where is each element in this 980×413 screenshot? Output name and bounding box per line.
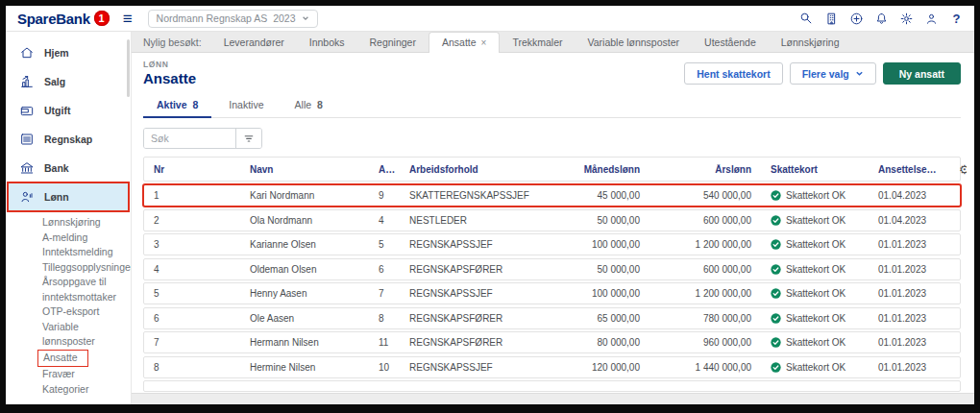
sidebar-item-label: Lønn [44,191,69,203]
brand-logo[interactable]: SpareBank 1 [17,11,110,27]
filter-tab-count: 8 [317,99,323,110]
sidebar-subitem-otp-eksport[interactable]: OTP-eksport [42,304,131,320]
sidebar-subitem-inntektsmelding[interactable]: Inntektsmelding [42,245,131,260]
filter-tab-aktive[interactable]: Aktive8 [143,99,211,118]
plus-circle-icon[interactable] [848,11,865,27]
tab-regninger[interactable]: Regninger [357,33,429,52]
hent-skattekort-button[interactable]: Hent skattekort [684,62,782,85]
filter-tab-alle[interactable]: Alle8 [282,99,336,117]
table-row-employee-7[interactable]: 7Hermann Nilsen11REGNSKAPSFØRER80 000,00… [143,331,961,353]
column-header-arbeidsforhold[interactable]: Arbeidsforhold [400,164,557,175]
cell-arslonn: 540 000,00 [649,190,761,201]
tab-innboks[interactable]: Innboks [297,33,357,52]
table-settings-gear-icon[interactable]: ⚙ [959,162,967,177]
sidebar-subitem-variable-l-nnsposter[interactable]: Variable lønnsposter [42,320,131,350]
gear-icon[interactable] [898,11,915,27]
sidebar-subitem-l-nnskj-ring[interactable]: Lønnskjøring [42,215,131,231]
sidebar-subitem-ansatte[interactable]: Ansatte [42,350,131,368]
cell-navn: Henny Aasen [240,288,369,299]
cell-arslonn: 600 000,00 [649,215,761,226]
company-name: Nordmann Regnskap AS [157,12,268,24]
sidebar-subitem-a-melding[interactable]: A-melding [42,231,131,246]
bell-icon[interactable] [873,11,890,27]
cell-nr: 8 [144,362,240,373]
cell-arbeidsforhold: REGNSKAPSSJEF [400,362,557,373]
help-icon[interactable]: ? [948,11,965,27]
tab-variable-l-nnsposter[interactable]: Variable lønnsposter [576,33,693,52]
tab-trekkmaler[interactable]: Trekkmaler [500,33,575,52]
flere-valg-button[interactable]: Flere valg [790,62,876,85]
cell-arslonn: 1 440 000,00 [649,362,761,373]
search-icon[interactable] [798,11,815,27]
tab-leverand-rer[interactable]: Leverandører [211,33,297,52]
payroll-icon [19,189,35,205]
table-row-employee-2[interactable]: 2Ola Nordmann4NESTLEDER50 000,00600 000,… [143,209,961,231]
table-row-employee-3[interactable]: 3Karianne Olsen5REGNSKAPSSJEF100 000,001… [143,233,961,255]
page-content: LØNN Ansatte Hent skattekort Flere valg … [132,53,974,393]
sidebar-item-utgift[interactable]: Utgift [8,96,129,125]
table-row-employee-4[interactable]: 4Oldeman Olsen6REGNSKAPSFØRER50 000,0060… [143,258,961,280]
table-row-employee-1[interactable]: 1Kari Nordmann9SKATTEREGNSKAPSSJEF45 000… [143,184,961,206]
column-header-rslnn[interactable]: Årslønn [649,164,761,175]
cell-navn: Hermann Nilsen [240,337,369,348]
building-icon[interactable] [823,11,840,27]
cell-arbeidsforhold: REGNSKAPSSJEF [400,288,557,299]
ny-ansatt-button[interactable]: Ny ansatt [883,62,961,85]
tab-utest-ende[interactable]: Utestående [692,33,769,52]
sidebar-item-lonn[interactable]: Lønn [8,182,129,211]
page-header: LØNN Ansatte Hent skattekort Flere valg … [143,60,961,86]
cell-navn: Ole Aasen [240,313,369,324]
check-circle-icon [771,190,781,201]
cell-navn: Ola Nordmann [240,215,369,226]
sidebar-subitem-frav-r[interactable]: Fravær [42,367,131,382]
cell-arslonn: 1 200 000,00 [649,288,761,299]
sidebar-item-hjem[interactable]: Hjem [8,38,129,67]
cell-ansettelsesdato: 01.01.2023 [869,288,949,299]
status-badge-label: Skattekort OK [786,362,845,373]
cell-arslonn: 1 200 000,00 [649,239,761,250]
hamburger-menu-icon[interactable]: ≡ [123,11,133,27]
tab-l-nnskj-ring[interactable]: Lønnskjøring [769,33,852,52]
user-icon[interactable] [923,11,940,27]
table-row-employee-8[interactable]: 8Hermine Nilsen10REGNSKAPSSJEF120 000,00… [143,356,961,378]
column-header-skattekort[interactable]: Skattekort [761,164,869,175]
cell-nr: 6 [144,313,240,324]
filter-button[interactable] [235,129,261,148]
filter-icon [243,133,255,144]
status-badge-label: Skattekort OK [786,264,845,275]
cell-navn: Hermine Nilsen [240,362,369,373]
column-header-ansettelsesdato[interactable]: Ansettelsesdato [869,164,949,175]
check-circle-icon [771,264,781,275]
sidebar-item-label: Regnskap [44,134,92,145]
tab-ansatte[interactable]: Ansatte× [429,32,500,53]
table-row-employee-5[interactable]: 5Henny Aasen7REGNSKAPSSJEF100 000,001 20… [143,282,961,304]
column-header-arb[interactable]: Arb... [369,164,400,175]
close-icon[interactable]: × [481,37,487,48]
column-header-mnedslnn[interactable]: Månedslønn [557,164,649,175]
sidebar-item-label: Bank [44,162,69,174]
check-circle-icon [771,362,781,373]
cell-ansettelsesdato: 01.01.2023 [869,337,949,348]
cell-ansettelsesdato: 01.01.2023 [869,264,949,275]
filter-tab-inaktive[interactable]: Inaktive [215,99,277,117]
sidebar-item-regnskap[interactable]: Regnskap [8,125,129,154]
sidebar-subitem-kategorier[interactable]: Kategorier [42,382,131,398]
company-selector[interactable]: Nordmann Regnskap AS 2023 [148,10,318,28]
table-row-employee-6[interactable]: 6Ole Aasen8REGNSKAPSFØRER65 000,00780 00… [143,307,961,329]
cell-nr: 3 [144,239,240,250]
cell-arb: 7 [369,288,400,299]
sidebar-scrollbar[interactable] [127,39,130,97]
cell-nr: 2 [144,215,240,226]
table-empty-row [143,380,961,392]
status-badge-label: Skattekort OK [786,288,845,299]
cell-nr: 5 [144,288,240,299]
column-header-navn[interactable]: Navn [240,164,369,175]
cell-arb: 11 [369,337,400,348]
column-header-nr[interactable]: Nr [144,164,240,175]
sidebar-item-salg[interactable]: Salg [8,67,129,96]
cell-skattekort-status: Skattekort OK [761,190,869,201]
search-input[interactable] [144,129,235,148]
sidebar-subitem--rsoppgave-til-inntektsmottaker[interactable]: Årsoppgave til inntektsmottaker [42,275,131,304]
sidebar-item-bank[interactable]: Bank [8,154,129,182]
sidebar-subitem-tilleggsopplysninger[interactable]: Tilleggsopplysninger [42,260,131,276]
